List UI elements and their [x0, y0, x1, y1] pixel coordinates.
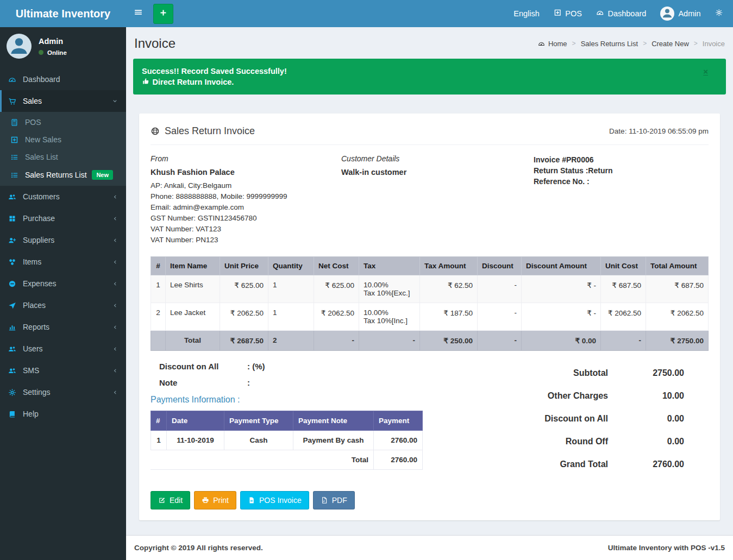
users-icon: [8, 193, 23, 201]
sidebar-item-sales[interactable]: Sales: [0, 90, 126, 112]
sidebar-item-label: POS: [25, 118, 118, 127]
avatar: [7, 34, 32, 59]
sidebar-item-suppliers[interactable]: Suppliers: [0, 229, 126, 251]
chevron-left-icon: [112, 216, 118, 222]
sidebar-item-label: Help: [23, 410, 118, 418]
edit-icon: [158, 496, 166, 504]
chevron-left-icon: [112, 389, 118, 395]
plus-square-icon: [554, 9, 562, 18]
sidebar-item-label: Suppliers: [23, 236, 112, 244]
action-buttons: EditPrintPOS InvoicePDF: [151, 491, 709, 509]
sidebar-item-purchase[interactable]: Purchase: [0, 207, 126, 229]
from-line: Phone: 8888888888, Mobile: 9999999999: [151, 191, 341, 202]
print-button[interactable]: Print: [194, 491, 236, 509]
column-header: Net Cost: [314, 257, 359, 275]
sidebar-item-sales-list[interactable]: Sales List: [0, 148, 126, 166]
sidebar-item-expenses[interactable]: Expenses: [0, 273, 126, 294]
chevron-left-icon: [112, 237, 118, 243]
user-status: Online: [39, 49, 67, 56]
sidebar-item-label: Reports: [23, 323, 112, 331]
content-header: Invoice HomeSales Returns ListCreate New…: [126, 27, 733, 59]
sidebar-item-reports[interactable]: Reports: [0, 316, 126, 338]
breadcrumb-item-create-new[interactable]: Create New: [638, 40, 689, 48]
total-row-discount-on-all: Discount on All0.00: [491, 414, 684, 424]
page-title: Invoice: [134, 36, 176, 51]
sidebar-item-items[interactable]: Items: [0, 251, 126, 273]
copyright-text: Copyright © 2019 All rights reserved.: [134, 544, 263, 552]
from-line: VAT Number: VAT123: [151, 224, 341, 235]
column-header: Tax Amount: [420, 257, 478, 275]
app-brand[interactable]: Ultimate Inventory: [0, 0, 126, 27]
sidebar-item-sms[interactable]: SMS: [0, 360, 126, 381]
alert-line-1: Success!! Record Saved Successfully!: [142, 66, 717, 77]
person-icon: [8, 35, 30, 59]
tachometer-icon: [596, 9, 604, 18]
success-alert: Success!! Record Saved Successfully! Dir…: [133, 59, 726, 95]
sidebar-item-pos[interactable]: POS: [0, 114, 126, 131]
table-row: Total₹ 2687.502--₹ 250.00-₹ 0.00-₹ 2750.…: [151, 331, 709, 351]
sidebar-item-users[interactable]: Users: [0, 338, 126, 360]
user-name: Admin: [39, 37, 67, 46]
main-content: Invoice HomeSales Returns ListCreate New…: [126, 27, 733, 560]
alert-close-button[interactable]: ×: [703, 67, 708, 75]
column-header: #: [151, 411, 167, 431]
items-table-header-row: #Item NameUnit PriceQuantityNet CostTaxT…: [151, 257, 709, 275]
payments-table-body: 111-10-2019CashPayment By cash2760.00Tot…: [151, 431, 423, 470]
payments-table-header-row: #DatePayment TypePayment NotePayment: [151, 411, 423, 431]
edit-button[interactable]: Edit: [151, 491, 190, 509]
column-header: Discount: [478, 257, 522, 275]
users-icon: [8, 367, 23, 375]
sidebar-item-label: Settings: [23, 388, 112, 397]
invoice-info-columns: From Khush Fashion Palace AP: Ankali, Ci…: [151, 145, 709, 252]
customer-label: Customer Details: [341, 154, 534, 163]
pdf-button[interactable]: PDF: [313, 491, 355, 509]
sidebar: Admin Online DashboardSalesPOSNew SalesS…: [0, 27, 126, 560]
breadcrumb-item-sales-returns-list[interactable]: Sales Returns List: [567, 40, 638, 48]
nav-language[interactable]: English: [506, 0, 547, 27]
globe-icon: [151, 127, 160, 136]
payments-total-row: Total2760.00: [151, 450, 423, 470]
from-name: Khush Fashion Palace: [151, 168, 341, 177]
quick-add-button[interactable]: [153, 4, 173, 24]
plus-square-icon: [10, 136, 25, 144]
hamburger-icon: [134, 8, 143, 20]
column-header: Quantity: [268, 257, 314, 275]
column-header: Date: [167, 411, 224, 431]
sidebar-item-settings[interactable]: Settings: [0, 381, 126, 403]
sidebar-item-help[interactable]: Help: [0, 403, 126, 425]
tachometer-icon: [8, 75, 23, 84]
nav-dashboard[interactable]: Dashboard: [589, 0, 653, 27]
column-header: Tax: [359, 257, 420, 275]
pos-invoice-button[interactable]: POS Invoice: [240, 491, 309, 509]
nav-settings[interactable]: [708, 0, 730, 27]
from-line: Email: admin@example.com: [151, 202, 341, 213]
topbar-right-nav: English POS Dashboard Admin: [506, 0, 733, 27]
invoice-card-header: Sales Return Invoice Date: 11-10-2019 06…: [151, 125, 709, 145]
column-header: Payment Type: [224, 411, 293, 431]
sidebar-item-customers[interactable]: Customers: [0, 186, 126, 207]
nav-user[interactable]: Admin: [653, 0, 707, 27]
payments-table: #DatePayment TypePayment NotePayment 111…: [151, 411, 423, 470]
sidebar-item-places[interactable]: Places: [0, 294, 126, 316]
breadcrumb-item-home[interactable]: Home: [538, 40, 567, 48]
bar-chart-icon: [8, 323, 23, 331]
column-header: Discount Amount: [522, 257, 601, 275]
sidebar-item-new-sales[interactable]: New Sales: [0, 131, 126, 148]
chevron-left-icon: [112, 281, 118, 287]
column-header: #: [151, 257, 166, 275]
nav-pos[interactable]: POS: [547, 0, 589, 27]
from-block: From Khush Fashion Palace AP: Ankali, Ci…: [151, 154, 341, 246]
column-header: Unit Cost: [601, 257, 646, 275]
sidebar-item-label: Sales Returns List: [25, 171, 92, 179]
sidebar-item-label: Sales List: [25, 153, 118, 161]
table-row: 111-10-2019CashPayment By cash2760.00: [151, 431, 423, 450]
sidebar-item-dashboard[interactable]: Dashboard: [0, 68, 126, 90]
avatar: [660, 7, 674, 21]
from-line: GST Number: GSTIN123456780: [151, 213, 341, 224]
sidebar-submenu: POSNew SalesSales ListSales Returns List…: [0, 112, 126, 186]
sidebar-toggle-button[interactable]: [126, 0, 150, 27]
new-badge: New: [92, 170, 113, 180]
sidebar-item-sales-returns-list[interactable]: Sales Returns ListNew: [0, 166, 126, 184]
table-row: 2Lee Jacket₹ 2062.501₹ 2062.5010.00% Tax…: [151, 303, 709, 331]
footer: Copyright © 2019 All rights reserved. Ul…: [126, 535, 733, 560]
